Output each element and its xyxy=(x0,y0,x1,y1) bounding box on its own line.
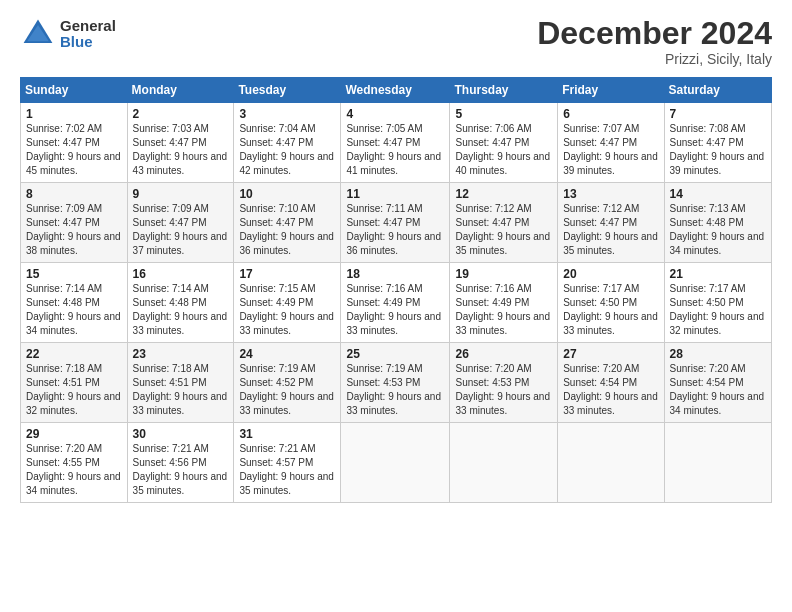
table-row xyxy=(558,423,664,503)
calendar-week-row: 15Sunrise: 7:14 AMSunset: 4:48 PMDayligh… xyxy=(21,263,772,343)
day-number: 2 xyxy=(133,107,229,121)
table-row: 18Sunrise: 7:16 AMSunset: 4:49 PMDayligh… xyxy=(341,263,450,343)
table-row: 30Sunrise: 7:21 AMSunset: 4:56 PMDayligh… xyxy=(127,423,234,503)
day-number: 21 xyxy=(670,267,766,281)
col-sunday: Sunday xyxy=(21,78,128,103)
col-friday: Friday xyxy=(558,78,664,103)
table-row: 8Sunrise: 7:09 AMSunset: 4:47 PMDaylight… xyxy=(21,183,128,263)
main-title: December 2024 xyxy=(537,16,772,51)
day-info: Sunrise: 7:10 AMSunset: 4:47 PMDaylight:… xyxy=(239,202,335,258)
table-row: 31Sunrise: 7:21 AMSunset: 4:57 PMDayligh… xyxy=(234,423,341,503)
table-row: 11Sunrise: 7:11 AMSunset: 4:47 PMDayligh… xyxy=(341,183,450,263)
day-info: Sunrise: 7:20 AMSunset: 4:54 PMDaylight:… xyxy=(563,362,658,418)
table-row: 17Sunrise: 7:15 AMSunset: 4:49 PMDayligh… xyxy=(234,263,341,343)
table-row: 27Sunrise: 7:20 AMSunset: 4:54 PMDayligh… xyxy=(558,343,664,423)
table-row: 16Sunrise: 7:14 AMSunset: 4:48 PMDayligh… xyxy=(127,263,234,343)
day-info: Sunrise: 7:18 AMSunset: 4:51 PMDaylight:… xyxy=(26,362,122,418)
table-row: 21Sunrise: 7:17 AMSunset: 4:50 PMDayligh… xyxy=(664,263,771,343)
day-number: 28 xyxy=(670,347,766,361)
table-row xyxy=(450,423,558,503)
calendar-table: Sunday Monday Tuesday Wednesday Thursday… xyxy=(20,77,772,503)
day-info: Sunrise: 7:20 AMSunset: 4:54 PMDaylight:… xyxy=(670,362,766,418)
table-row: 28Sunrise: 7:20 AMSunset: 4:54 PMDayligh… xyxy=(664,343,771,423)
table-row: 19Sunrise: 7:16 AMSunset: 4:49 PMDayligh… xyxy=(450,263,558,343)
day-number: 8 xyxy=(26,187,122,201)
day-number: 7 xyxy=(670,107,766,121)
day-info: Sunrise: 7:16 AMSunset: 4:49 PMDaylight:… xyxy=(346,282,444,338)
day-number: 22 xyxy=(26,347,122,361)
day-number: 17 xyxy=(239,267,335,281)
day-info: Sunrise: 7:09 AMSunset: 4:47 PMDaylight:… xyxy=(133,202,229,258)
calendar-week-row: 8Sunrise: 7:09 AMSunset: 4:47 PMDaylight… xyxy=(21,183,772,263)
table-row: 29Sunrise: 7:20 AMSunset: 4:55 PMDayligh… xyxy=(21,423,128,503)
day-info: Sunrise: 7:21 AMSunset: 4:56 PMDaylight:… xyxy=(133,442,229,498)
day-number: 29 xyxy=(26,427,122,441)
day-number: 24 xyxy=(239,347,335,361)
calendar-week-row: 22Sunrise: 7:18 AMSunset: 4:51 PMDayligh… xyxy=(21,343,772,423)
table-row: 20Sunrise: 7:17 AMSunset: 4:50 PMDayligh… xyxy=(558,263,664,343)
day-number: 6 xyxy=(563,107,658,121)
table-row xyxy=(341,423,450,503)
col-saturday: Saturday xyxy=(664,78,771,103)
day-info: Sunrise: 7:05 AMSunset: 4:47 PMDaylight:… xyxy=(346,122,444,178)
day-number: 9 xyxy=(133,187,229,201)
table-row: 10Sunrise: 7:10 AMSunset: 4:47 PMDayligh… xyxy=(234,183,341,263)
day-info: Sunrise: 7:06 AMSunset: 4:47 PMDaylight:… xyxy=(455,122,552,178)
day-info: Sunrise: 7:03 AMSunset: 4:47 PMDaylight:… xyxy=(133,122,229,178)
day-number: 18 xyxy=(346,267,444,281)
col-tuesday: Tuesday xyxy=(234,78,341,103)
table-row: 14Sunrise: 7:13 AMSunset: 4:48 PMDayligh… xyxy=(664,183,771,263)
table-row: 2Sunrise: 7:03 AMSunset: 4:47 PMDaylight… xyxy=(127,103,234,183)
day-info: Sunrise: 7:20 AMSunset: 4:53 PMDaylight:… xyxy=(455,362,552,418)
day-number: 20 xyxy=(563,267,658,281)
day-info: Sunrise: 7:19 AMSunset: 4:53 PMDaylight:… xyxy=(346,362,444,418)
day-number: 27 xyxy=(563,347,658,361)
day-number: 3 xyxy=(239,107,335,121)
day-number: 5 xyxy=(455,107,552,121)
day-number: 31 xyxy=(239,427,335,441)
day-number: 19 xyxy=(455,267,552,281)
table-row: 24Sunrise: 7:19 AMSunset: 4:52 PMDayligh… xyxy=(234,343,341,423)
day-number: 12 xyxy=(455,187,552,201)
day-number: 25 xyxy=(346,347,444,361)
table-row: 3Sunrise: 7:04 AMSunset: 4:47 PMDaylight… xyxy=(234,103,341,183)
logo-icon xyxy=(20,16,56,52)
table-row xyxy=(664,423,771,503)
table-row: 22Sunrise: 7:18 AMSunset: 4:51 PMDayligh… xyxy=(21,343,128,423)
day-info: Sunrise: 7:14 AMSunset: 4:48 PMDaylight:… xyxy=(26,282,122,338)
table-row: 25Sunrise: 7:19 AMSunset: 4:53 PMDayligh… xyxy=(341,343,450,423)
col-thursday: Thursday xyxy=(450,78,558,103)
table-row: 6Sunrise: 7:07 AMSunset: 4:47 PMDaylight… xyxy=(558,103,664,183)
day-number: 4 xyxy=(346,107,444,121)
day-info: Sunrise: 7:19 AMSunset: 4:52 PMDaylight:… xyxy=(239,362,335,418)
day-number: 26 xyxy=(455,347,552,361)
day-number: 1 xyxy=(26,107,122,121)
table-row: 12Sunrise: 7:12 AMSunset: 4:47 PMDayligh… xyxy=(450,183,558,263)
day-info: Sunrise: 7:02 AMSunset: 4:47 PMDaylight:… xyxy=(26,122,122,178)
day-info: Sunrise: 7:16 AMSunset: 4:49 PMDaylight:… xyxy=(455,282,552,338)
day-info: Sunrise: 7:09 AMSunset: 4:47 PMDaylight:… xyxy=(26,202,122,258)
day-number: 13 xyxy=(563,187,658,201)
logo-blue-text: Blue xyxy=(60,34,116,51)
day-info: Sunrise: 7:11 AMSunset: 4:47 PMDaylight:… xyxy=(346,202,444,258)
day-info: Sunrise: 7:12 AMSunset: 4:47 PMDaylight:… xyxy=(455,202,552,258)
calendar-week-row: 1Sunrise: 7:02 AMSunset: 4:47 PMDaylight… xyxy=(21,103,772,183)
table-row: 4Sunrise: 7:05 AMSunset: 4:47 PMDaylight… xyxy=(341,103,450,183)
table-row: 9Sunrise: 7:09 AMSunset: 4:47 PMDaylight… xyxy=(127,183,234,263)
day-number: 16 xyxy=(133,267,229,281)
header: General Blue December 2024 Prizzi, Sicil… xyxy=(20,16,772,67)
table-row: 26Sunrise: 7:20 AMSunset: 4:53 PMDayligh… xyxy=(450,343,558,423)
subtitle: Prizzi, Sicily, Italy xyxy=(537,51,772,67)
day-number: 30 xyxy=(133,427,229,441)
day-info: Sunrise: 7:17 AMSunset: 4:50 PMDaylight:… xyxy=(670,282,766,338)
day-info: Sunrise: 7:18 AMSunset: 4:51 PMDaylight:… xyxy=(133,362,229,418)
day-info: Sunrise: 7:13 AMSunset: 4:48 PMDaylight:… xyxy=(670,202,766,258)
logo-general-text: General xyxy=(60,18,116,35)
table-row: 15Sunrise: 7:14 AMSunset: 4:48 PMDayligh… xyxy=(21,263,128,343)
day-number: 14 xyxy=(670,187,766,201)
day-info: Sunrise: 7:20 AMSunset: 4:55 PMDaylight:… xyxy=(26,442,122,498)
day-info: Sunrise: 7:14 AMSunset: 4:48 PMDaylight:… xyxy=(133,282,229,338)
table-row: 13Sunrise: 7:12 AMSunset: 4:47 PMDayligh… xyxy=(558,183,664,263)
day-number: 11 xyxy=(346,187,444,201)
day-number: 10 xyxy=(239,187,335,201)
